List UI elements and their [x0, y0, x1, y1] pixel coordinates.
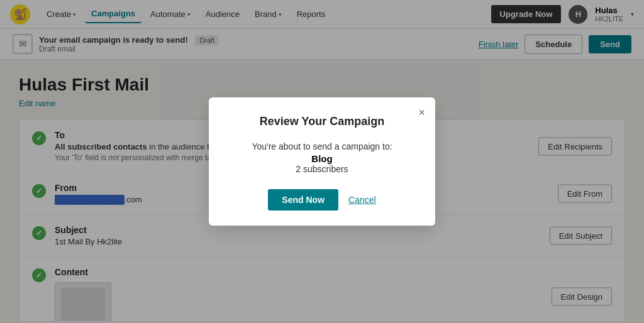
modal-subscribers: 2 subscribers: [229, 164, 415, 174]
modal-send-now-button[interactable]: Send Now: [268, 189, 338, 211]
review-campaign-modal: × Review Your Campaign You're about to s…: [209, 97, 435, 226]
modal-close-button[interactable]: ×: [418, 106, 425, 119]
modal-audience: Blog: [229, 153, 415, 164]
modal-overlay: × Review Your Campaign You're about to s…: [0, 0, 644, 323]
modal-actions: Send Now Cancel: [229, 189, 415, 211]
modal-intro: You're about to send a campaign to:: [229, 140, 415, 153]
modal-title: Review Your Campaign: [229, 115, 415, 128]
modal-body: You're about to send a campaign to: Blog…: [229, 140, 415, 174]
modal-cancel-button[interactable]: Cancel: [348, 195, 376, 205]
